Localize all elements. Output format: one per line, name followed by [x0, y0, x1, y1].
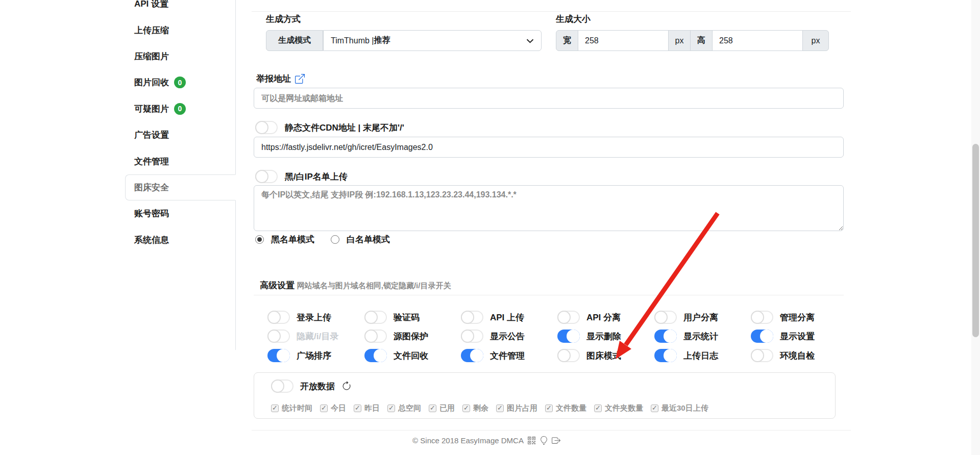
- setting-toggle-label: 源图保护: [394, 331, 428, 342]
- ip-mode-radio[interactable]: [331, 235, 339, 244]
- toggle-cell: 上传日志: [654, 349, 718, 362]
- setting-toggle-label: 显示设置: [780, 331, 815, 342]
- ip-mode-radio-label: 白名单模式: [347, 234, 390, 245]
- width-addon: 宽: [556, 30, 578, 51]
- toggle-cell: 显示公告: [461, 330, 525, 343]
- setting-toggle[interactable]: [557, 330, 580, 343]
- sidebar-item-label: 系统信息: [134, 234, 169, 246]
- count-badge: 0: [174, 77, 186, 88]
- toggle-cell: 验证码: [364, 311, 420, 324]
- checkbox-checked-icon[interactable]: [271, 405, 279, 412]
- checkbox-checked-icon[interactable]: [594, 405, 602, 412]
- setting-toggle[interactable]: [267, 330, 290, 343]
- sidebar-item[interactable]: API 设置: [125, 0, 235, 17]
- open-data-checkbox-row: 统计时间今日昨日总空间已用剩余图片占用文件数量文件夹数量最近30日上传: [271, 403, 708, 413]
- open-data-toggle[interactable]: [271, 380, 293, 393]
- advanced-heading: 高级设置 网站域名与图片域名相同,锁定隐藏/i/目录开关: [260, 280, 451, 291]
- sidebar-nav: API 设置上传压缩压缩图片图片回收0可疑图片0广告设置文件管理图床安全账号密码…: [125, 0, 236, 350]
- card-top-border: [252, 11, 851, 12]
- setting-toggle-label: 图床模式: [586, 350, 621, 362]
- logout-icon[interactable]: [552, 436, 560, 445]
- ip-mode-radio[interactable]: [255, 235, 264, 244]
- stat-checkbox-label: 剩余: [473, 403, 488, 413]
- sidebar-item[interactable]: 图片回收0: [125, 69, 235, 95]
- toggle-cell: 环境自检: [751, 349, 815, 362]
- setting-toggle[interactable]: [364, 311, 387, 324]
- checkbox-checked-icon[interactable]: [429, 405, 436, 412]
- sidebar-item[interactable]: 可疑图片0: [125, 96, 235, 122]
- setting-toggle[interactable]: [461, 349, 483, 362]
- toggle-cell: 文件管理: [461, 349, 525, 362]
- cdn-url-input[interactable]: [254, 137, 844, 158]
- width-unit-addon: px: [668, 30, 691, 51]
- card-bottom-border: [252, 430, 851, 431]
- setting-toggle[interactable]: [267, 349, 290, 362]
- setting-toggle[interactable]: [557, 311, 580, 324]
- sidebar-item[interactable]: 广告设置: [125, 122, 235, 148]
- ip-list-row: 黑/白IP名单上传: [255, 170, 348, 183]
- setting-toggle-label: 显示删除: [586, 331, 621, 342]
- sidebar-item[interactable]: 账号密码: [125, 200, 235, 226]
- advanced-toggle-grid: 登录上传验证码API 上传API 分离用户分离管理分离隐藏/i/目录源图保护显示…: [267, 311, 844, 368]
- stat-checkbox-label: 最近30日上传: [662, 403, 708, 413]
- setting-toggle[interactable]: [557, 349, 580, 362]
- stat-checkbox-item: 文件数量: [545, 403, 586, 413]
- setting-toggle[interactable]: [654, 311, 677, 324]
- setting-toggle[interactable]: [364, 349, 387, 362]
- width-input[interactable]: [578, 30, 669, 51]
- setting-toggle[interactable]: [751, 311, 773, 324]
- setting-toggle[interactable]: [364, 330, 387, 343]
- ip-list-label: 黑/白IP名单上传: [285, 171, 348, 183]
- setting-toggle[interactable]: [461, 311, 483, 324]
- toggle-cell: 显示设置: [751, 330, 815, 343]
- checkbox-checked-icon[interactable]: [320, 405, 328, 412]
- ip-list-textarea[interactable]: [254, 185, 844, 231]
- stat-checkbox-label: 总空间: [398, 403, 421, 413]
- sidebar-item[interactable]: 压缩图片: [125, 43, 235, 69]
- toggle-cell: 显示统计: [654, 330, 718, 343]
- checkbox-checked-icon[interactable]: [496, 405, 504, 412]
- report-address-label: 举报地址: [256, 73, 291, 85]
- sidebar-item[interactable]: 文件管理: [125, 148, 235, 174]
- toggle-cell: 隐藏/i/目录: [267, 330, 338, 343]
- open-data-row: 开放数据: [271, 380, 352, 393]
- stat-checkbox-label: 昨日: [364, 403, 380, 413]
- setting-toggle[interactable]: [654, 349, 677, 362]
- generate-mode-value-bold: 推荐: [374, 35, 390, 46]
- report-address-input[interactable]: [254, 88, 844, 109]
- ip-list-toggle[interactable]: [255, 170, 278, 183]
- checkbox-checked-icon[interactable]: [354, 405, 361, 412]
- setting-toggle[interactable]: [267, 311, 290, 324]
- sidebar-item-label: 文件管理: [134, 156, 169, 167]
- setting-toggle[interactable]: [751, 330, 773, 343]
- setting-toggle-label: 管理分离: [780, 312, 815, 323]
- height-input[interactable]: [712, 30, 803, 51]
- scrollbar-thumb[interactable]: [972, 144, 979, 337]
- cdn-label: 静态文件CDN地址 | 末尾不加'/': [285, 122, 404, 134]
- generation-size-group: 宽 px 高 px: [556, 30, 829, 51]
- stat-checkbox-item: 总空间: [387, 403, 421, 413]
- setting-toggle[interactable]: [654, 330, 677, 343]
- setting-toggle[interactable]: [461, 330, 483, 343]
- toggle-cell: 源图保护: [364, 330, 428, 343]
- setting-toggle[interactable]: [751, 349, 773, 362]
- qr-code-icon[interactable]: [527, 436, 536, 445]
- generate-mode-select[interactable]: TimThumb | 推荐: [323, 30, 542, 51]
- generation-size-label: 生成大小: [556, 13, 591, 25]
- lightbulb-icon[interactable]: [540, 436, 548, 445]
- checkbox-checked-icon[interactable]: [545, 405, 553, 412]
- external-link-icon[interactable]: [295, 74, 305, 84]
- stat-checkbox-item: 昨日: [354, 403, 380, 413]
- sidebar-item[interactable]: 系统信息: [125, 227, 235, 253]
- cdn-toggle[interactable]: [255, 121, 278, 134]
- setting-toggle-label: API 分离: [586, 312, 621, 323]
- checkbox-checked-icon[interactable]: [462, 405, 470, 412]
- toggle-cell: 广场排序: [267, 349, 331, 362]
- sidebar-item[interactable]: 图床安全: [125, 174, 236, 200]
- checkbox-checked-icon[interactable]: [387, 405, 395, 412]
- checkbox-checked-icon[interactable]: [651, 405, 658, 412]
- stat-checkbox-label: 已用: [439, 403, 455, 413]
- sidebar-item[interactable]: 上传压缩: [125, 17, 235, 43]
- scrollbar-track[interactable]: [971, 0, 980, 455]
- refresh-icon[interactable]: [341, 381, 352, 391]
